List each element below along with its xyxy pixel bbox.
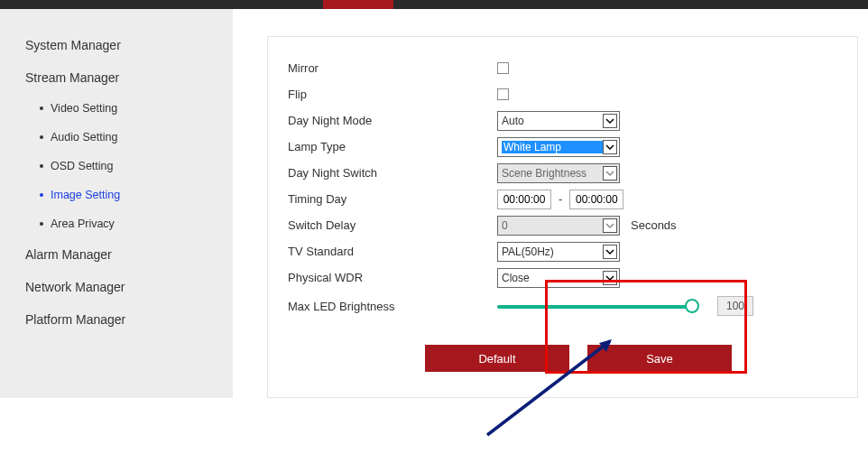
sidebar: System Manager Stream Manager Video Sett…	[0, 9, 233, 398]
chevron-down-icon	[603, 140, 617, 154]
day-night-mode-label: Day Night Mode	[288, 114, 497, 127]
sidebar-sub-area-privacy[interactable]: Area Privacy	[40, 209, 233, 238]
chevron-down-icon	[603, 271, 617, 285]
timing-day-start-input[interactable]	[497, 190, 551, 209]
timing-separator: -	[557, 192, 564, 206]
save-button[interactable]: Save	[587, 345, 732, 372]
max-led-value: 100	[717, 296, 753, 316]
day-night-switch-label: Day Night Switch	[288, 166, 497, 180]
chevron-down-icon	[603, 166, 617, 181]
sidebar-item-network-manager[interactable]: Network Manager	[0, 271, 233, 303]
lamp-type-label: Lamp Type	[288, 140, 497, 153]
day-night-switch-select: Scene Brightness	[497, 163, 620, 183]
max-led-label: Max LED Brightness	[288, 300, 497, 313]
chevron-down-icon	[603, 218, 617, 233]
mirror-label: Mirror	[288, 61, 497, 75]
day-night-switch-value: Scene Brightness	[502, 167, 586, 180]
tv-standard-label: TV Standard	[288, 245, 497, 258]
sidebar-sub-osd-setting[interactable]: OSD Setting	[40, 152, 233, 181]
sidebar-sub-audio-setting[interactable]: Audio Setting	[40, 123, 233, 152]
max-led-slider[interactable]	[497, 297, 694, 315]
slider-thumb[interactable]	[685, 299, 699, 313]
mirror-checkbox[interactable]	[497, 62, 509, 74]
top-bar	[0, 0, 868, 9]
switch-delay-label: Switch Delay	[288, 218, 497, 232]
sidebar-item-alarm-manager[interactable]: Alarm Manager	[0, 238, 233, 271]
tv-standard-value: PAL(50Hz)	[502, 245, 554, 258]
sidebar-sub-image-setting[interactable]: Image Setting	[40, 181, 233, 209]
slider-track	[497, 305, 694, 309]
sidebar-item-stream-manager[interactable]: Stream Manager	[0, 61, 233, 94]
chevron-down-icon	[603, 114, 617, 128]
flip-checkbox[interactable]	[497, 88, 509, 100]
lamp-type-select[interactable]: White Lamp	[497, 137, 620, 157]
physical-wdr-value: Close	[502, 272, 530, 284]
main-content: Mirror Flip Day Night Mode Auto Lamp Typ…	[233, 9, 868, 398]
default-button[interactable]: Default	[425, 345, 569, 372]
sidebar-item-platform-manager[interactable]: Platform Manager	[0, 303, 233, 336]
lamp-type-value: White Lamp	[502, 141, 603, 153]
sidebar-item-system-manager[interactable]: System Manager	[0, 29, 233, 61]
timing-day-label: Timing Day	[288, 192, 497, 206]
chevron-down-icon	[603, 245, 617, 259]
switch-delay-select: 0	[497, 216, 620, 236]
timing-day-end-input[interactable]	[569, 190, 623, 209]
sidebar-sub-video-setting[interactable]: Video Setting	[40, 94, 233, 123]
day-night-mode-value: Auto	[502, 115, 524, 127]
active-top-tab	[323, 0, 393, 9]
flip-label: Flip	[288, 88, 497, 101]
day-night-mode-select[interactable]: Auto	[497, 111, 620, 131]
settings-panel: Mirror Flip Day Night Mode Auto Lamp Typ…	[267, 36, 858, 398]
switch-delay-value: 0	[502, 219, 508, 232]
switch-delay-unit: Seconds	[631, 218, 677, 232]
physical-wdr-select[interactable]: Close	[497, 268, 620, 288]
physical-wdr-label: Physical WDR	[288, 271, 497, 284]
tv-standard-select[interactable]: PAL(50Hz)	[497, 242, 620, 262]
